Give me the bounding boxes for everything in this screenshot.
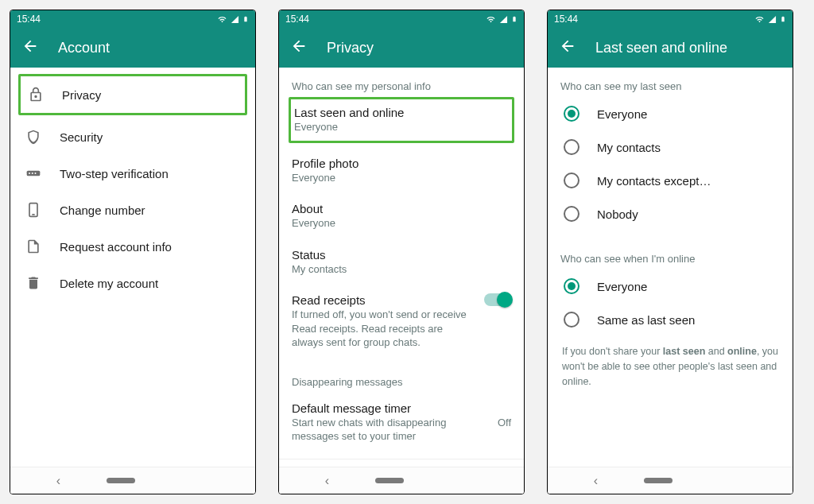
nav-home[interactable]	[107, 478, 135, 483]
app-bar: Last seen and online	[548, 28, 793, 68]
setting-sub: Start new chats with disappearing messag…	[292, 416, 490, 444]
setting-groups[interactable]: Groups Everyone	[279, 459, 524, 467]
account-item-label: Security	[60, 130, 103, 144]
signal-icon	[499, 15, 508, 24]
battery-icon	[511, 14, 517, 24]
highlight-last-seen: Last seen and online Everyone	[289, 97, 514, 143]
nav-back[interactable]: ‹	[325, 474, 329, 488]
nav-back[interactable]: ‹	[594, 474, 598, 488]
content-area: Privacy Security Two-step verification C…	[10, 68, 255, 467]
wifi-icon	[754, 15, 765, 24]
setting-sub: If turned off, you won't send or receive…	[292, 308, 476, 350]
phone-account: 15:44 Account Privacy Security Two-step …	[10, 10, 256, 494]
setting-status[interactable]: Status My contacts	[279, 239, 524, 285]
setting-title: Status	[292, 248, 511, 262]
radio-label: My contacts except…	[597, 174, 711, 188]
nav-bar: ‹	[10, 467, 255, 494]
signal-icon	[231, 15, 239, 24]
app-bar: Privacy	[279, 28, 524, 68]
status-icons	[486, 14, 517, 24]
battery-icon	[242, 14, 249, 24]
setting-sub: Everyone	[292, 216, 511, 231]
wifi-icon	[217, 15, 227, 24]
status-time: 15:44	[554, 14, 578, 25]
back-arrow-icon	[21, 37, 39, 55]
radio-online-same[interactable]: Same as last seen	[548, 303, 793, 336]
radio-nobody[interactable]: Nobody	[548, 197, 793, 231]
shield-icon	[25, 129, 41, 145]
setting-value: Off	[498, 417, 511, 428]
section-who-can-see: Who can see my personal info	[279, 68, 524, 97]
account-item-label: Delete my account	[60, 277, 158, 290]
account-item-privacy[interactable]: Privacy	[21, 76, 242, 113]
section-online: Who can see when I'm online	[548, 231, 793, 269]
app-bar: Account	[10, 28, 255, 68]
document-icon	[25, 238, 41, 254]
page-title: Privacy	[327, 40, 374, 56]
phone-icon	[25, 202, 41, 218]
lock-icon	[28, 87, 44, 103]
account-item-delete[interactable]: Delete my account	[10, 265, 255, 301]
account-item-label: Change number	[60, 204, 145, 217]
setting-title: Read receipts	[292, 293, 476, 307]
signal-icon	[768, 15, 777, 24]
back-button[interactable]	[21, 37, 39, 58]
setting-sub: Everyone	[292, 171, 511, 185]
battery-icon	[780, 14, 786, 24]
setting-read-receipts[interactable]: Read receipts If turned off, you won't s…	[279, 285, 524, 359]
status-bar: 15:44	[10, 10, 255, 28]
nav-back[interactable]: ‹	[56, 474, 60, 488]
read-receipts-toggle[interactable]	[484, 293, 511, 306]
svg-point-1	[29, 173, 30, 174]
back-arrow-icon	[559, 37, 576, 55]
password-icon	[25, 165, 41, 181]
nav-home[interactable]	[644, 478, 673, 483]
setting-sub: Everyone	[294, 120, 509, 134]
radio-label: Nobody	[597, 207, 638, 221]
back-button[interactable]	[290, 37, 308, 58]
status-bar: 15:44	[279, 10, 524, 28]
section-last-seen: Who can see my last seen	[548, 68, 793, 97]
radio-everyone[interactable]: Everyone	[548, 97, 793, 130]
nav-bar: ‹	[279, 467, 524, 494]
wifi-icon	[486, 15, 496, 24]
radio-icon	[564, 312, 579, 328]
radio-label: Same as last seen	[597, 313, 695, 327]
account-item-change-number[interactable]: Change number	[10, 192, 255, 228]
status-icons	[217, 14, 249, 24]
radio-label: Everyone	[597, 107, 647, 121]
account-item-label: Request account info	[60, 240, 172, 254]
radio-online-everyone[interactable]: Everyone	[548, 269, 793, 303]
back-arrow-icon	[290, 37, 308, 55]
setting-title: Last seen and online	[294, 106, 509, 119]
setting-profile-photo[interactable]: Profile photo Everyone	[279, 148, 524, 194]
page-title: Account	[58, 40, 110, 56]
phone-privacy: 15:44 Privacy Who can see my personal in…	[278, 10, 525, 494]
svg-rect-6	[31, 246, 37, 247]
trash-icon	[25, 275, 41, 291]
page-title: Last seen and online	[595, 40, 727, 56]
nav-bar: ‹	[548, 467, 793, 494]
radio-icon	[564, 206, 579, 222]
phone-lastseen: 15:44 Last seen and online Who can see m…	[547, 10, 793, 494]
back-button[interactable]	[559, 37, 576, 58]
setting-default-timer[interactable]: Default message timer Start new chats wi…	[279, 393, 524, 452]
svg-point-3	[35, 173, 37, 174]
account-item-request-info[interactable]: Request account info	[10, 228, 255, 265]
status-time: 15:44	[285, 14, 309, 25]
nav-home[interactable]	[375, 478, 404, 483]
radio-my-contacts-except[interactable]: My contacts except…	[548, 164, 793, 197]
section-disappearing: Disappearing messages	[279, 359, 524, 393]
setting-about[interactable]: About Everyone	[279, 193, 524, 239]
setting-sub: My contacts	[292, 262, 511, 277]
radio-label: Everyone	[597, 280, 647, 293]
setting-title: Default message timer	[292, 401, 490, 415]
setting-last-seen[interactable]: Last seen and online Everyone	[291, 99, 512, 141]
account-item-two-step[interactable]: Two-step verification	[10, 155, 255, 192]
radio-my-contacts[interactable]: My contacts	[548, 130, 793, 164]
setting-title: Profile photo	[292, 157, 511, 170]
account-item-label: Privacy	[62, 88, 101, 102]
account-item-security[interactable]: Security	[10, 118, 255, 155]
content-area[interactable]: Who can see my personal info Last seen a…	[279, 68, 524, 467]
radio-icon	[564, 278, 579, 294]
